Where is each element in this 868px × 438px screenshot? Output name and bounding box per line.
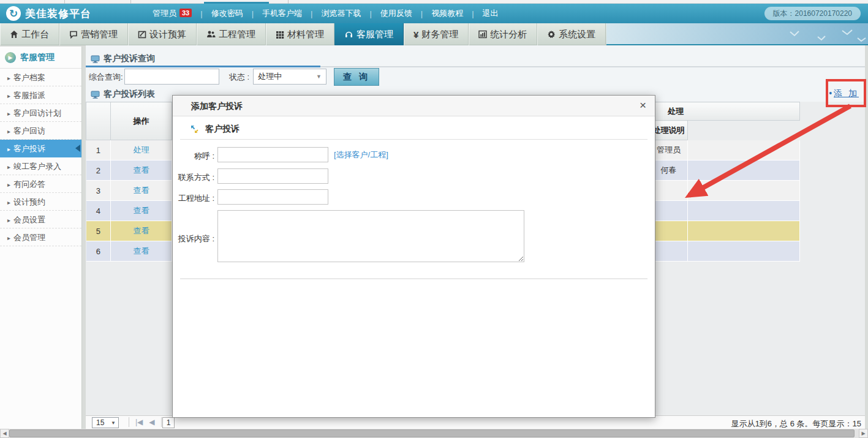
version-label: 版本：20160720170220 <box>764 7 861 20</box>
close-icon[interactable]: × <box>640 99 646 112</box>
triangle-icon: ▸ <box>7 146 10 153</box>
scroll-left-button[interactable]: ◀ <box>0 429 9 438</box>
tab-label: 统计分析 <box>490 29 527 40</box>
menu-video-tutorial[interactable]: 视频教程 <box>423 8 472 19</box>
divider <box>180 139 647 140</box>
address-field[interactable] <box>217 189 328 205</box>
address-label: 工程地址 : <box>173 193 214 204</box>
tab-label: 材料管理 <box>287 29 324 40</box>
triangle-icon: ▸ <box>7 128 10 135</box>
menu-change-password[interactable]: 修改密码 <box>203 8 252 19</box>
view-link[interactable]: 查看 <box>134 206 149 215</box>
name-field[interactable] <box>217 147 328 162</box>
note-cell <box>688 140 800 160</box>
tab-design-budget[interactable]: 设计预算 <box>128 23 197 45</box>
menu-browser-download[interactable]: 浏览器下载 <box>312 8 369 19</box>
add-complaint-modal: 添加客户投诉 × 客户投诉 称呼 : [选择客户/工程] 联系方式 : 工程地址… <box>172 95 655 418</box>
query-section-title: 客户投诉查询 <box>86 51 865 66</box>
triangle-icon: ▸ <box>7 110 10 117</box>
contact-field[interactable] <box>217 168 328 184</box>
note-cell <box>688 201 800 221</box>
first-page-button[interactable]: |◀ <box>135 418 143 426</box>
triangle-icon: ▸ <box>7 199 10 206</box>
tab-marketing[interactable]: 营销管理 <box>59 23 128 45</box>
pager-separator <box>129 417 129 427</box>
menu-mobile-client[interactable]: 手机客户端 <box>254 8 311 19</box>
users-icon <box>206 30 216 39</box>
page-number-input[interactable]: 1 <box>162 417 175 428</box>
tab-label: 财务管理 <box>421 29 458 40</box>
keyword-label: 综合查询: <box>89 72 123 83</box>
scroll-right-button[interactable]: ▶ <box>859 429 868 438</box>
sidebar-item-service-assign[interactable]: ▸客服指派 <box>0 86 81 104</box>
triangle-icon: ▸ <box>7 75 10 81</box>
complaint-content-field[interactable] <box>217 210 524 262</box>
modal-header: 添加客户投诉 × <box>173 96 655 116</box>
select-customer-project-link[interactable]: [选择客户/工程] <box>334 149 388 160</box>
monitor-icon <box>91 91 100 99</box>
tab-customer-service[interactable]: 客服管理 <box>334 23 404 45</box>
sidebar-header-label: 客服管理 <box>20 52 55 63</box>
birds-decoration <box>606 23 868 45</box>
tab-workbench[interactable]: 工作台 <box>0 23 59 45</box>
sidebar-item-visit-plan[interactable]: ▸客户回访计划 <box>0 104 81 122</box>
page-size-select[interactable]: 15 ▼ <box>92 417 119 428</box>
sidebar-item-design-appointment[interactable]: ▸设计预约 <box>0 193 81 211</box>
sidebar-item-customer-files[interactable]: ▸客户档案 <box>0 69 81 86</box>
contact-label: 联系方式 : <box>173 172 214 183</box>
triangle-icon: ▸ <box>7 164 10 170</box>
prev-page-button[interactable]: ◀ <box>149 418 154 426</box>
module-icon: ▶ <box>5 52 16 63</box>
sidebar-item-label: 客户投诉 <box>13 144 45 153</box>
view-link[interactable]: 查看 <box>134 246 149 255</box>
keyword-input[interactable] <box>124 69 219 85</box>
sky-decoration <box>606 23 868 45</box>
view-link[interactable]: 查看 <box>134 186 149 195</box>
view-link[interactable]: 查看 <box>134 226 149 235</box>
row-index: 3 <box>86 181 111 201</box>
triangle-icon: ▸ <box>7 93 10 99</box>
handle-link[interactable]: 处理 <box>134 145 149 154</box>
section-title-label: 客户投诉查询 <box>104 53 155 64</box>
tab-material[interactable]: 材料管理 <box>266 23 334 45</box>
triangle-icon: ▸ <box>7 181 10 188</box>
sidebar-item-label: 竣工客户录入 <box>13 162 61 171</box>
sidebar-item-member-manage[interactable]: ▸会员管理 <box>0 228 81 246</box>
page-size-value: 15 <box>96 418 104 427</box>
menu-feedback[interactable]: 使用反馈 <box>372 8 421 19</box>
tab-finance[interactable]: ¥ 财务管理 <box>404 23 469 45</box>
sidebar-item-member-settings[interactable]: ▸会员设置 <box>0 211 81 228</box>
sidebar-item-label: 客户回访 <box>13 126 45 135</box>
scrollbar-thumb[interactable] <box>9 429 855 437</box>
sidebar-header: ▶ 客服管理 <box>0 47 81 69</box>
gear-icon <box>547 30 556 39</box>
menu-logout[interactable]: 退出 <box>474 8 507 19</box>
sidebar-item-label: 客户档案 <box>13 73 45 82</box>
sidebar-item-qa[interactable]: ▸有问必答 <box>0 175 81 193</box>
view-link[interactable]: 查看 <box>134 165 149 175</box>
tab-label: 工作台 <box>21 29 49 40</box>
tab-statistics[interactable]: 统计分析 <box>469 23 537 45</box>
tab-project[interactable]: 工程管理 <box>197 23 266 45</box>
add-complaint-link[interactable]: •添 加 <box>829 88 859 99</box>
sidebar-item-label: 会员设置 <box>13 215 45 224</box>
modal-title: 添加客户投诉 <box>191 101 243 112</box>
search-button[interactable]: 查 询 <box>334 68 379 86</box>
pager-summary: 显示从1到6，总 6 条。每页显示：15 <box>731 418 861 429</box>
edit-icon <box>138 30 146 39</box>
query-toolbar: 综合查询: 状态 : 处理中 ▼ 查 询 <box>86 69 865 86</box>
sidebar-item-completed-entry[interactable]: ▸竣工客户录入 <box>0 157 81 175</box>
topbar-user[interactable]: 管理员33 <box>144 8 200 19</box>
content-label: 投诉内容 : <box>173 233 214 244</box>
chart-icon <box>478 30 487 39</box>
sidebar-item-visit[interactable]: ▸客户回访 <box>0 122 81 140</box>
status-select[interactable]: 处理中 ▼ <box>253 69 326 85</box>
home-icon <box>10 30 18 39</box>
brand-logo-icon: ↻ <box>6 6 21 21</box>
triangle-icon: ▸ <box>7 217 10 224</box>
yen-icon: ¥ <box>413 29 418 40</box>
sidebar-item-label: 客户回访计划 <box>13 108 61 118</box>
notification-badge[interactable]: 33 <box>179 9 192 17</box>
tab-settings[interactable]: 系统设置 <box>537 23 606 45</box>
sidebar-item-complaints[interactable]: ▸客户投诉 <box>0 140 81 157</box>
